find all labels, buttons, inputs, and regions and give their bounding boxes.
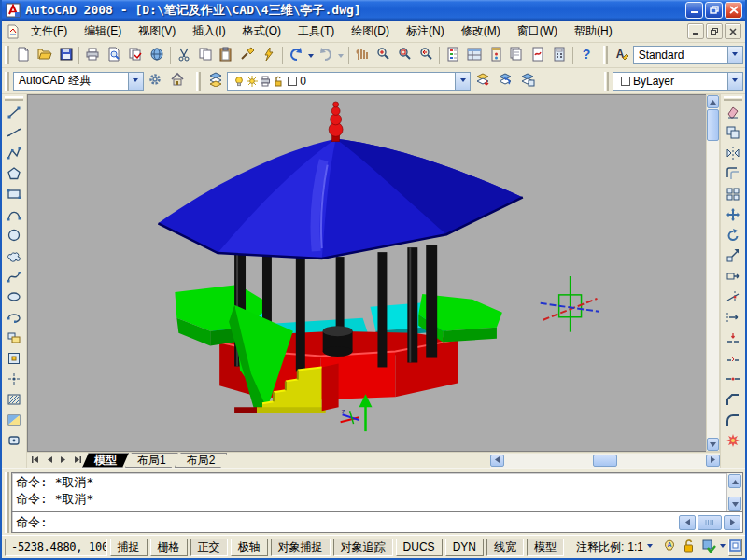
close-button[interactable] <box>725 2 742 19</box>
menu-view[interactable]: 视图(V) <box>130 21 184 42</box>
break-at-point-button[interactable] <box>723 329 744 349</box>
menu-format[interactable]: 格式(O) <box>234 21 289 42</box>
layer-dropdown[interactable] <box>455 73 470 90</box>
menu-window[interactable]: 窗口(W) <box>509 21 566 42</box>
toggle-model-space[interactable]: 模型 <box>527 539 564 556</box>
hatch-button[interactable] <box>4 390 25 411</box>
toolbar-grip[interactable] <box>5 46 9 64</box>
menu-modify[interactable]: 修改(M) <box>453 21 509 42</box>
annotation-visibility-button[interactable]: A <box>661 539 678 555</box>
pan-button[interactable] <box>352 45 373 65</box>
annotation-scale-value[interactable]: 1:1 <box>627 540 643 553</box>
toggle-dyn[interactable]: DYN <box>445 539 484 556</box>
pavilion-3d-model[interactable]: z <box>28 95 706 451</box>
insert-block-button[interactable] <box>4 329 25 349</box>
menu-tools[interactable]: 工具(T) <box>289 21 343 42</box>
scroll-down-button[interactable] <box>728 497 741 511</box>
layer-plot-icon[interactable] <box>259 75 272 88</box>
horizontal-scroll-thumb[interactable] <box>593 455 617 467</box>
mdi-minimize-button[interactable] <box>687 23 704 39</box>
coordinate-readout[interactable]: -5238.4880, 1000.9759 , 0.0000 <box>5 539 107 556</box>
point-button[interactable] <box>4 370 25 390</box>
tab-next-button[interactable] <box>57 454 70 467</box>
fillet-button[interactable] <box>723 411 744 431</box>
toolbar-grip[interactable] <box>5 96 23 101</box>
join-button[interactable] <box>723 370 744 390</box>
revision-cloud-button[interactable] <box>4 246 25 267</box>
titlebar[interactable]: AutoCAD 2008 - [D:\笔记及作业\CAD\4三维\亭子.dwg] <box>2 0 745 21</box>
drawing-canvas[interactable]: z <box>27 94 706 452</box>
toolbar-grip[interactable] <box>196 72 201 91</box>
status-tray-dropdown[interactable] <box>720 544 726 551</box>
annotation-update-button[interactable] <box>700 539 717 555</box>
toolbar-grip[interactable] <box>724 96 742 101</box>
markup-set-manager-button[interactable] <box>528 45 548 65</box>
toggle-polar[interactable]: 极轴 <box>231 539 268 556</box>
tab-prev-button[interactable] <box>43 454 56 467</box>
region-button[interactable] <box>4 431 25 452</box>
properties-palette-button[interactable] <box>443 45 463 65</box>
arc-button[interactable] <box>4 205 25 226</box>
layer-on-icon[interactable] <box>233 75 246 88</box>
command-input[interactable]: 命令: <box>12 511 742 532</box>
text-style-dropdown[interactable] <box>727 47 742 63</box>
plot-button[interactable] <box>82 45 103 65</box>
match-properties-button[interactable] <box>237 45 258 65</box>
vertical-scrollbar[interactable] <box>706 94 720 452</box>
tab-layout2[interactable]: 布局2 <box>175 453 228 468</box>
toolbar-grip[interactable] <box>5 72 9 91</box>
tool-palettes-button[interactable] <box>486 45 506 65</box>
array-button[interactable] <box>723 185 744 205</box>
menu-draw[interactable]: 绘图(D) <box>343 21 398 42</box>
spline-button[interactable] <box>4 267 25 287</box>
layer-states-button[interactable] <box>516 71 538 91</box>
paste-button[interactable] <box>216 45 236 65</box>
scroll-left-button[interactable] <box>490 455 504 467</box>
toggle-lineweight[interactable]: 线宽 <box>486 539 524 556</box>
layer-lock-icon[interactable] <box>272 75 285 88</box>
text-style-button[interactable]: A <box>612 45 632 65</box>
zoom-realtime-button[interactable] <box>374 45 394 65</box>
command-window-grip[interactable] <box>5 472 9 533</box>
minimize-button[interactable] <box>685 2 703 19</box>
menu-dimension[interactable]: 标注(N) <box>398 21 453 42</box>
toggle-ducs[interactable]: DUCS <box>396 539 443 556</box>
command-scroll-right-button[interactable] <box>724 515 740 530</box>
clean-screen-button[interactable] <box>728 539 742 556</box>
vertical-scroll-thumb[interactable] <box>707 109 719 141</box>
menu-insert[interactable]: 插入(I) <box>184 21 233 42</box>
scroll-down-button[interactable] <box>707 438 719 451</box>
redo-button[interactable] <box>316 45 336 65</box>
gradient-button[interactable] <box>4 411 25 431</box>
tab-model[interactable]: 模型 <box>82 453 129 468</box>
scale-button[interactable] <box>723 246 744 267</box>
construction-line-button[interactable] <box>4 123 25 144</box>
zoom-window-button[interactable] <box>394 45 415 65</box>
ellipse-arc-button[interactable] <box>4 308 25 329</box>
3d-dwf-button[interactable] <box>147 45 167 65</box>
make-object-layer-current-button[interactable] <box>472 71 493 91</box>
line-button[interactable] <box>4 103 25 123</box>
open-button[interactable] <box>35 45 55 65</box>
redo-dropdown[interactable] <box>337 49 345 61</box>
plot-preview-button[interactable] <box>104 45 124 65</box>
trim-button[interactable] <box>723 287 744 308</box>
color-dropdown[interactable] <box>727 73 742 90</box>
stretch-button[interactable] <box>723 267 744 287</box>
undo-button[interactable] <box>286 45 306 65</box>
toolbar-grip[interactable] <box>604 72 609 91</box>
toggle-ortho[interactable]: 正交 <box>190 539 228 556</box>
command-scrollbar[interactable] <box>726 473 742 511</box>
layer-freeze-icon[interactable] <box>246 75 259 88</box>
rotate-button[interactable] <box>723 226 744 246</box>
my-workspace-button[interactable] <box>166 71 188 91</box>
rectangle-button[interactable] <box>4 185 25 205</box>
scroll-up-button[interactable] <box>707 95 719 108</box>
help-button[interactable]: ? <box>576 45 597 65</box>
mdi-close-button[interactable] <box>725 23 741 39</box>
mdi-restore-button[interactable] <box>706 23 723 39</box>
mirror-button[interactable] <box>723 144 744 164</box>
text-style-combo[interactable]: Standard <box>633 46 743 64</box>
extend-button[interactable] <box>723 308 744 329</box>
make-block-button[interactable] <box>4 349 25 370</box>
